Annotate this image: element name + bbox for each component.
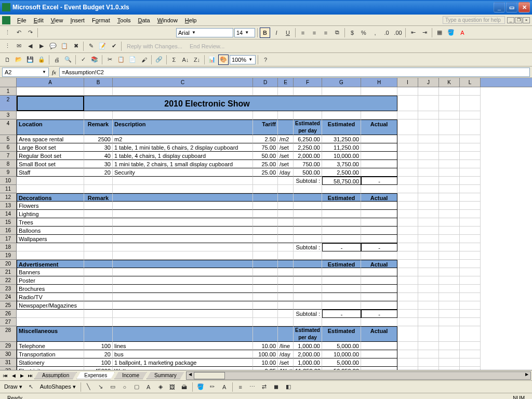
align-center-button[interactable]: ≡ bbox=[309, 28, 320, 38]
shadow-icon[interactable]: ◼ bbox=[271, 382, 282, 392]
maximize-button[interactable]: ▭ bbox=[506, 2, 517, 12]
row-header-19[interactable]: 19 bbox=[0, 251, 17, 260]
oval-icon[interactable]: ○ bbox=[119, 382, 130, 392]
row-header-25[interactable]: 25 bbox=[0, 301, 17, 310]
row-header-27[interactable]: 27 bbox=[0, 318, 17, 326]
comma-button[interactable]: , bbox=[370, 28, 380, 38]
line-color-icon[interactable]: ✏ bbox=[207, 382, 218, 392]
decrease-decimal-button[interactable]: .00 bbox=[393, 28, 403, 38]
col-header-I[interactable]: I bbox=[397, 78, 418, 87]
row-header-30[interactable]: 30 bbox=[0, 350, 17, 358]
row-header-12[interactable]: 12 bbox=[0, 193, 17, 202]
row-header-7[interactable]: 7 bbox=[0, 152, 17, 160]
accept-icon[interactable]: ✔ bbox=[109, 41, 119, 51]
new-button[interactable]: 🗋 bbox=[2, 55, 12, 65]
preview-button[interactable]: 🔍 bbox=[63, 55, 73, 65]
col-header-D[interactable]: D bbox=[253, 78, 278, 87]
autosum-button[interactable]: Σ bbox=[169, 55, 179, 65]
track-icon[interactable]: 📝 bbox=[97, 41, 108, 51]
row-header-4[interactable]: 4 bbox=[0, 119, 17, 135]
row-header-26[interactable]: 26 bbox=[0, 310, 17, 318]
borders-button[interactable]: ▦ bbox=[434, 28, 445, 38]
menu-edit[interactable]: Edit bbox=[30, 16, 47, 24]
doc-restore[interactable]: ❐ bbox=[515, 17, 522, 23]
sort-asc-button[interactable]: A↓ bbox=[180, 55, 191, 65]
row-header-18[interactable]: 18 bbox=[0, 243, 17, 251]
toolbar-handle2[interactable]: ⋮ bbox=[2, 41, 12, 51]
formula-input[interactable]: =Assumption!C2 bbox=[59, 68, 530, 77]
menu-view[interactable]: View bbox=[47, 16, 67, 24]
row-header-3[interactable]: 3 bbox=[0, 111, 17, 119]
sort-desc-button[interactable]: Z↓ bbox=[192, 55, 202, 65]
spelling-button[interactable]: ✓ bbox=[78, 55, 88, 65]
menu-tools[interactable]: Tools bbox=[114, 16, 135, 24]
picture-icon[interactable]: 🏔 bbox=[179, 382, 190, 392]
col-header-J[interactable]: J bbox=[418, 78, 439, 87]
font-color-button[interactable]: A bbox=[457, 28, 468, 38]
save-button[interactable]: 💾 bbox=[25, 55, 35, 65]
col-header-A[interactable]: A bbox=[17, 78, 84, 87]
horizontal-scrollbar[interactable]: ◀ ▶ bbox=[186, 371, 531, 380]
copy-button[interactable]: 📋 bbox=[116, 55, 126, 65]
menu-insert[interactable]: Insert bbox=[66, 16, 88, 24]
prev-comment-icon[interactable]: ◀ bbox=[25, 41, 35, 51]
open-button[interactable]: 📂 bbox=[14, 55, 24, 65]
arrow-style-icon[interactable]: ⇄ bbox=[259, 382, 270, 392]
row-header-1[interactable]: 1 bbox=[0, 87, 17, 96]
name-box[interactable]: A2▼ bbox=[2, 68, 49, 77]
ink-icon[interactable]: ✎ bbox=[86, 41, 96, 51]
italic-button[interactable]: I bbox=[271, 28, 282, 38]
line-style-icon[interactable]: ≡ bbox=[235, 382, 246, 392]
row-header-31[interactable]: 31 bbox=[0, 358, 17, 367]
font-size-selector[interactable]: 14▼ bbox=[234, 28, 255, 37]
tab-last[interactable]: ⏭ bbox=[26, 371, 34, 380]
currency-button[interactable]: $ bbox=[347, 28, 357, 38]
permission-button[interactable]: 🔒 bbox=[36, 55, 47, 65]
row-header-9[interactable]: 9 bbox=[0, 168, 17, 177]
arrow-icon[interactable]: ↘ bbox=[96, 382, 106, 392]
tab-first[interactable]: ⏮ bbox=[1, 371, 9, 380]
close-button[interactable]: ✕ bbox=[518, 2, 530, 12]
format-painter-button[interactable]: 🖌 bbox=[139, 55, 149, 65]
tab-next[interactable]: ▶ bbox=[18, 371, 26, 380]
merge-button[interactable]: ⧉ bbox=[332, 28, 342, 38]
menu-window[interactable]: Window bbox=[154, 16, 181, 24]
doc-minimize[interactable]: _ bbox=[507, 17, 514, 23]
menu-data[interactable]: Data bbox=[134, 16, 153, 24]
font-color-icon[interactable]: A bbox=[219, 382, 230, 392]
col-header-C[interactable]: C bbox=[113, 78, 253, 87]
row-header-15[interactable]: 15 bbox=[0, 218, 17, 227]
sheet-tab-income[interactable]: Income bbox=[114, 372, 147, 379]
select-all-corner[interactable] bbox=[0, 78, 17, 87]
zoom-selector[interactable]: 100%▼ bbox=[230, 55, 256, 64]
fx-icon[interactable]: fx bbox=[52, 69, 56, 75]
row-header-10[interactable]: 10 bbox=[0, 177, 17, 185]
underline-button[interactable]: U bbox=[283, 28, 293, 38]
help-button[interactable]: ? bbox=[260, 55, 271, 65]
row-header-32[interactable]: 32 bbox=[0, 367, 17, 370]
row-header-29[interactable]: 29 bbox=[0, 342, 17, 350]
rectangle-icon[interactable]: ▭ bbox=[108, 382, 118, 392]
col-header-L[interactable]: L bbox=[460, 78, 481, 87]
autoshapes-menu[interactable]: AutoShapes ▾ bbox=[38, 383, 78, 390]
3d-icon[interactable]: ◧ bbox=[283, 382, 294, 392]
spreadsheet-grid[interactable]: ABCDEFGHIJKL 123456789101112131415161718… bbox=[0, 78, 532, 370]
bold-button[interactable]: B bbox=[260, 28, 270, 38]
tab-prev[interactable]: ◀ bbox=[9, 371, 18, 380]
row-header-20[interactable]: 20 bbox=[0, 260, 17, 268]
col-header-F[interactable]: F bbox=[294, 78, 322, 87]
font-selector[interactable]: Arial▼ bbox=[176, 28, 233, 37]
align-left-button[interactable]: ≡ bbox=[298, 28, 308, 38]
redo-icon[interactable]: ↷ bbox=[25, 28, 35, 38]
clipart-icon[interactable]: 🖼 bbox=[167, 382, 178, 392]
fill-color-icon[interactable]: 🪣 bbox=[195, 382, 206, 392]
help-search[interactable]: Type a question for help bbox=[443, 16, 505, 24]
cut-button[interactable]: ✂ bbox=[104, 55, 115, 65]
percent-button[interactable]: % bbox=[358, 28, 369, 38]
drawing-button[interactable]: 🎨 bbox=[218, 55, 229, 65]
dash-style-icon[interactable]: ⋯ bbox=[247, 382, 258, 392]
delete-comment-icon[interactable]: ✖ bbox=[71, 41, 81, 51]
cells-area[interactable]: 2010 Electronic ShowLocationRemarkDescri… bbox=[17, 87, 532, 370]
row-header-6[interactable]: 6 bbox=[0, 143, 17, 152]
decrease-indent-button[interactable]: ⇤ bbox=[408, 28, 418, 38]
